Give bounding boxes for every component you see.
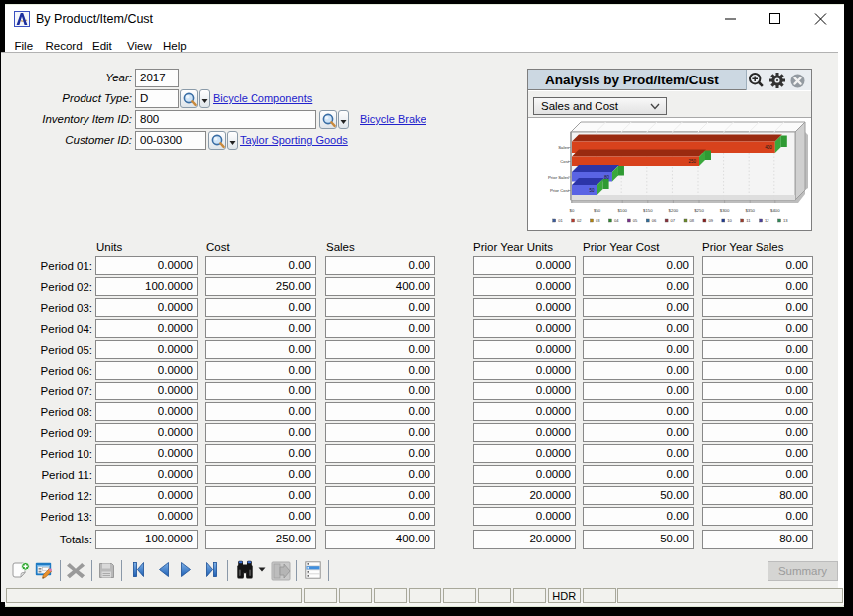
svg-text:04: 04 [614, 218, 619, 223]
svg-text:$350: $350 [745, 208, 755, 213]
svg-text:05: 05 [633, 218, 638, 223]
svg-text:03: 03 [596, 218, 600, 223]
svg-text:13: 13 [783, 218, 788, 223]
svg-text:50: 50 [590, 188, 596, 193]
svg-text:$50: $50 [594, 208, 601, 213]
svg-text:07: 07 [671, 218, 676, 223]
svg-text:01: 01 [558, 218, 563, 223]
svg-text:Prior Sales: Prior Sales [548, 175, 569, 180]
svg-text:Sales: Sales [558, 145, 569, 150]
svg-text:$400: $400 [770, 208, 780, 213]
svg-text:08: 08 [690, 218, 695, 223]
svg-text:Prior Cost: Prior Cost [550, 188, 570, 193]
svg-text:06: 06 [652, 218, 657, 223]
svg-text:09: 09 [708, 218, 713, 223]
svg-text:02: 02 [577, 218, 582, 223]
svg-text:400: 400 [765, 145, 772, 150]
svg-text:$250: $250 [694, 208, 704, 213]
svg-text:$150: $150 [643, 208, 653, 213]
svg-text:$0: $0 [570, 208, 575, 213]
svg-text:11: 11 [746, 218, 751, 223]
svg-text:12: 12 [765, 218, 769, 223]
svg-text:$200: $200 [669, 208, 679, 213]
svg-text:250: 250 [688, 159, 696, 164]
svg-text:80: 80 [604, 175, 610, 180]
svg-text:$300: $300 [720, 208, 730, 213]
svg-text:10: 10 [727, 218, 732, 223]
svg-text:$100: $100 [617, 208, 627, 213]
